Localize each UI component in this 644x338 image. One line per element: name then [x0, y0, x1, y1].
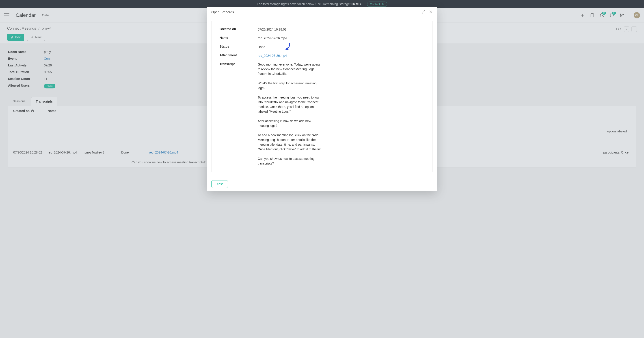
- modal-name-label: Name: [220, 36, 256, 40]
- modal-status-label: Status: [220, 45, 256, 48]
- modal-header: Open: Records: [207, 7, 437, 17]
- close-icon[interactable]: [429, 10, 433, 14]
- modal-attachment-label: Attachment: [220, 53, 256, 57]
- modal-status-value: Done: [258, 45, 323, 49]
- modal-body: Created on 07/26/2024 16:28:02 Name rec_…: [207, 17, 437, 174]
- modal-created-on-label: Created on: [220, 27, 256, 31]
- modal-title: Open: Records: [211, 10, 234, 14]
- modal-attachment-link[interactable]: rec_2024-07-26.mp4: [258, 53, 323, 58]
- records-modal: Open: Records Created on 07/26/2024 16:2…: [207, 7, 437, 174]
- modal-created-on-value: 07/26/2024 16:28:02: [258, 27, 323, 32]
- modal-name-value: rec_2024-07-26.mp4: [258, 36, 323, 41]
- modal-transcript-label: Transcript: [220, 62, 256, 66]
- modal-transcript-text: Good morning, everyone. Today, we're goi…: [258, 62, 323, 166]
- expand-icon[interactable]: [422, 10, 426, 14]
